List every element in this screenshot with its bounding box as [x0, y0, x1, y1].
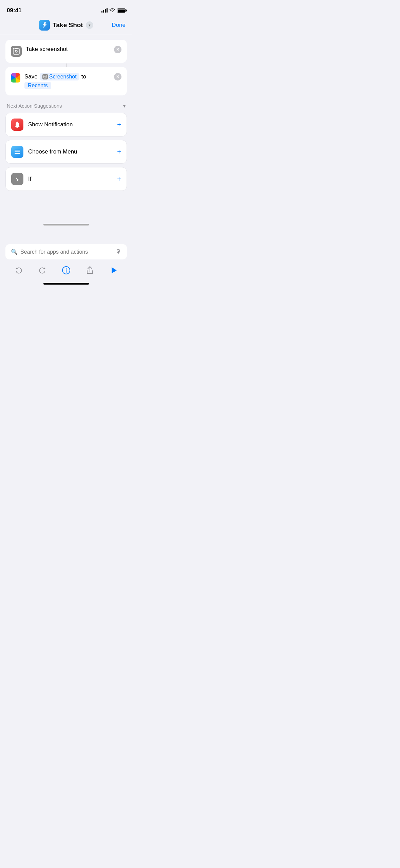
show-notification-label: Show Notification [28, 121, 112, 128]
signal-icon [101, 8, 108, 13]
toolbar [0, 264, 132, 280]
if-label: If [28, 176, 112, 182]
status-time: 09:41 [7, 7, 21, 14]
if-icon [11, 173, 23, 185]
save-card-row: Save Screenshot to [24, 73, 110, 80]
search-bar-container: 🔍 🎙 [5, 244, 127, 259]
status-icons [101, 8, 126, 13]
choose-menu-label: Choose from Menu [28, 148, 112, 155]
recents-token[interactable]: Recents [24, 82, 51, 89]
wifi-icon [110, 8, 115, 13]
menu-icon [11, 146, 23, 158]
share-button[interactable] [84, 264, 96, 276]
photos-icon [11, 73, 20, 83]
shortcut-app-icon [39, 20, 50, 31]
redo-button[interactable] [36, 264, 49, 276]
suggestion-show-notification[interactable]: Show Notification + [5, 113, 127, 137]
search-icon: 🔍 [11, 249, 18, 255]
token-icon [42, 74, 48, 79]
show-notification-add[interactable]: + [117, 121, 121, 129]
shortcut-title: Take Shot [53, 21, 83, 29]
choose-menu-add[interactable]: + [117, 148, 121, 156]
take-screenshot-content: Take screenshot [26, 46, 110, 53]
save-card-content: Save Screenshot to Recents [24, 73, 110, 89]
token-label: Screenshot [49, 74, 77, 80]
notification-icon [11, 119, 23, 131]
take-screenshot-icon [11, 46, 22, 57]
battery-icon [117, 8, 126, 13]
run-button[interactable] [108, 264, 120, 276]
svg-rect-0 [13, 48, 19, 54]
main-content: Take screenshot ✕ Save Screenshot t [0, 34, 132, 191]
save-to-photos-card[interactable]: Save Screenshot to Recents ✕ [5, 67, 127, 95]
title-chevron-icon[interactable]: ▾ [86, 21, 93, 29]
suggestions-chevron-icon: ▾ [123, 103, 126, 109]
done-button[interactable]: Done [112, 22, 126, 29]
svg-rect-6 [15, 151, 20, 152]
svg-point-4 [44, 76, 46, 77]
nav-title: Take Shot ▾ [39, 20, 93, 31]
save-card-close[interactable]: ✕ [114, 73, 121, 80]
mic-icon[interactable]: 🎙 [115, 248, 121, 255]
sheet-handle [43, 224, 89, 225]
svg-point-1 [15, 50, 17, 52]
svg-rect-2 [15, 48, 18, 49]
save-label: Save [24, 73, 38, 80]
home-indicator [43, 283, 89, 285]
take-screenshot-close[interactable]: ✕ [114, 46, 121, 53]
suggestions-title: Next Action Suggestions [7, 103, 62, 109]
suggestion-if[interactable]: If + [5, 167, 127, 191]
suggestions-header[interactable]: Next Action Suggestions ▾ [5, 96, 127, 113]
search-input[interactable] [20, 249, 113, 255]
svg-rect-3 [43, 75, 46, 78]
info-button[interactable] [60, 264, 72, 276]
svg-rect-5 [15, 150, 20, 150]
suggestion-choose-menu[interactable]: Choose from Menu + [5, 140, 127, 164]
screenshot-token[interactable]: Screenshot [40, 73, 79, 80]
status-bar: 09:41 [0, 0, 132, 16]
svg-rect-7 [15, 153, 20, 154]
connection-line [66, 64, 66, 67]
take-screenshot-label: Take screenshot [26, 46, 68, 52]
take-screenshot-card[interactable]: Take screenshot ✕ [5, 40, 127, 63]
undo-button[interactable] [13, 264, 25, 276]
if-add[interactable]: + [117, 175, 121, 183]
to-label: to [81, 73, 86, 80]
nav-bar: Take Shot ▾ Done [0, 16, 132, 34]
svg-point-9 [66, 268, 66, 269]
search-bar[interactable]: 🔍 🎙 [5, 244, 127, 259]
